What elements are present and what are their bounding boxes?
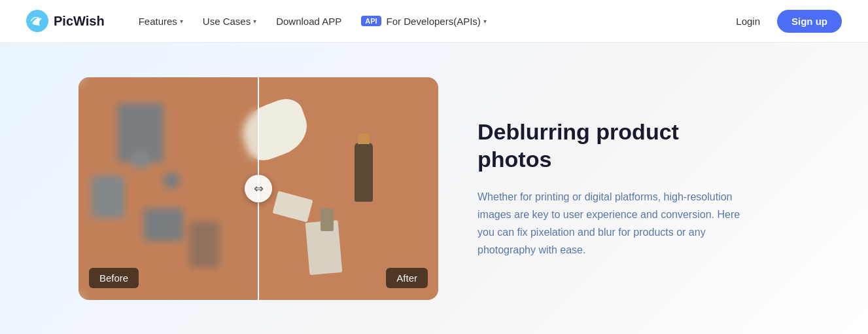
- developers-chevron-icon: ▾: [483, 18, 487, 25]
- drag-handle[interactable]: ⇔: [245, 175, 272, 202]
- navbar: PicWish Features ▾ Use Cases ▾ Download …: [0, 0, 868, 43]
- small-obj-3: [321, 208, 334, 231]
- logo-text: PicWish: [54, 14, 105, 29]
- hero-description: Whether for printing or digital platform…: [477, 188, 752, 259]
- blur-overlay: [78, 77, 258, 300]
- nav-download[interactable]: Download APP: [268, 12, 349, 31]
- nav-developers[interactable]: API For Developers(APIs) ▾: [353, 12, 495, 31]
- image-comparison[interactable]: ⇔ Before After: [78, 77, 438, 300]
- features-chevron-icon: ▾: [180, 18, 183, 25]
- card-object-1: [272, 191, 313, 222]
- login-button[interactable]: Login: [729, 12, 767, 31]
- nav-auth: Login Sign up: [729, 10, 842, 33]
- hero-text: Deblurring product photos Whether for pr…: [477, 118, 752, 259]
- before-label: Before: [89, 268, 139, 288]
- bottle-cap-object: [358, 134, 370, 144]
- after-label: After: [386, 268, 428, 288]
- api-badge: API: [361, 16, 381, 26]
- bottle-object: [355, 143, 373, 202]
- signup-button[interactable]: Sign up: [777, 10, 842, 33]
- logo[interactable]: PicWish: [26, 10, 105, 32]
- drag-arrows-icon: ⇔: [254, 183, 264, 195]
- nav-features[interactable]: Features ▾: [131, 12, 191, 31]
- nav-links: Features ▾ Use Cases ▾ Download APP API …: [131, 12, 730, 31]
- use-cases-chevron-icon: ▾: [253, 18, 256, 25]
- hero-title: Deblurring product photos: [477, 118, 752, 174]
- logo-icon: [26, 10, 48, 32]
- main-content: ⇔ Before After Deblurring product photos…: [0, 43, 868, 334]
- nav-use-cases[interactable]: Use Cases ▾: [195, 12, 264, 31]
